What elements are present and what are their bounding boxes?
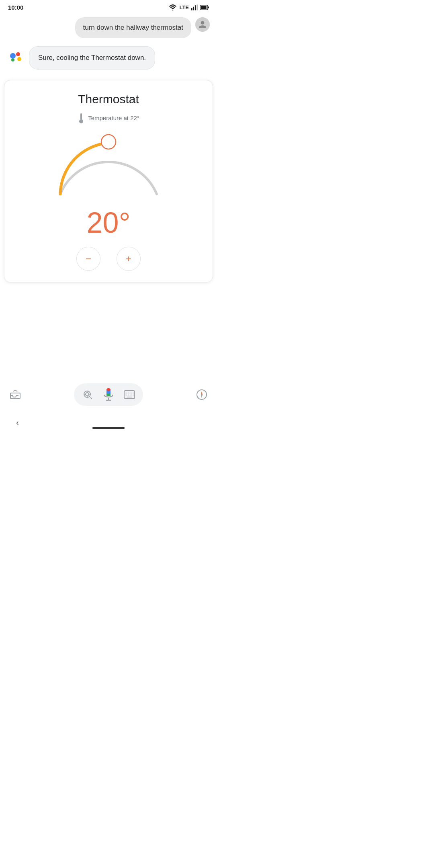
battery-icon (200, 5, 209, 10)
svg-rect-30 (124, 391, 135, 399)
svg-marker-42 (201, 391, 203, 395)
svg-point-18 (86, 393, 89, 396)
svg-point-10 (17, 57, 21, 61)
lens-icon[interactable] (82, 389, 93, 400)
compass-icon[interactable] (196, 389, 207, 400)
svg-rect-27 (106, 394, 111, 396)
dial-svg (48, 128, 169, 202)
svg-rect-6 (201, 6, 207, 9)
svg-rect-25 (106, 388, 111, 391)
svg-point-14 (79, 119, 83, 123)
svg-point-11 (11, 58, 14, 61)
microphone-button[interactable] (101, 387, 116, 402)
increase-button[interactable]: + (117, 247, 141, 271)
svg-rect-26 (106, 391, 111, 394)
user-message-row: turn down the hallway thermostat (7, 17, 210, 38)
google-assistant-logo (7, 48, 25, 66)
svg-marker-43 (201, 395, 203, 398)
home-pill[interactable] (92, 427, 125, 429)
status-icons: LTE (169, 4, 209, 10)
svg-point-8 (10, 53, 16, 59)
svg-rect-4 (197, 4, 198, 10)
user-avatar (195, 17, 210, 32)
bottom-toolbar (0, 379, 217, 410)
controls-row: − + (12, 247, 205, 271)
decrease-button[interactable]: − (76, 247, 100, 271)
svg-rect-3 (195, 5, 196, 10)
keyboard-icon[interactable] (124, 389, 135, 400)
svg-line-19 (90, 397, 92, 399)
thermostat-card: Thermostat Temperature at 22° 20° − + (4, 80, 213, 283)
bottom-pill (74, 383, 143, 406)
wifi-icon (169, 4, 177, 10)
lte-label: LTE (179, 4, 189, 10)
back-button[interactable]: ‹ (16, 418, 19, 427)
svg-point-9 (16, 52, 20, 56)
svg-point-15 (101, 135, 116, 149)
increase-label: + (126, 253, 131, 264)
status-bar: 10:00 LTE (0, 0, 217, 13)
decrease-label: − (86, 253, 91, 264)
temperature-display: 20° (12, 208, 205, 237)
svg-rect-2 (193, 7, 194, 10)
svg-rect-7 (208, 6, 209, 8)
user-bubble: turn down the hallway thermostat (75, 17, 191, 38)
nav-bar: ‹ (0, 411, 217, 434)
chat-area: turn down the hallway thermostat Sure, c… (0, 13, 217, 80)
signal-icon (191, 4, 198, 10)
thermostat-dial (48, 128, 169, 200)
temp-label-row: Temperature at 22° (12, 113, 205, 124)
svg-point-0 (172, 10, 174, 10)
thermometer-icon (78, 113, 85, 124)
svg-rect-1 (191, 8, 192, 10)
temp-label-text: Temperature at 22° (88, 115, 139, 121)
svg-rect-13 (81, 117, 82, 120)
person-icon (198, 20, 207, 29)
assistant-bubble: Sure, cooling the Thermostat down. (29, 46, 155, 70)
assistant-message-row: Sure, cooling the Thermostat down. (7, 46, 210, 70)
status-time: 10:00 (8, 4, 23, 11)
thermostat-title: Thermostat (12, 92, 205, 106)
tray-icon[interactable] (10, 389, 21, 400)
